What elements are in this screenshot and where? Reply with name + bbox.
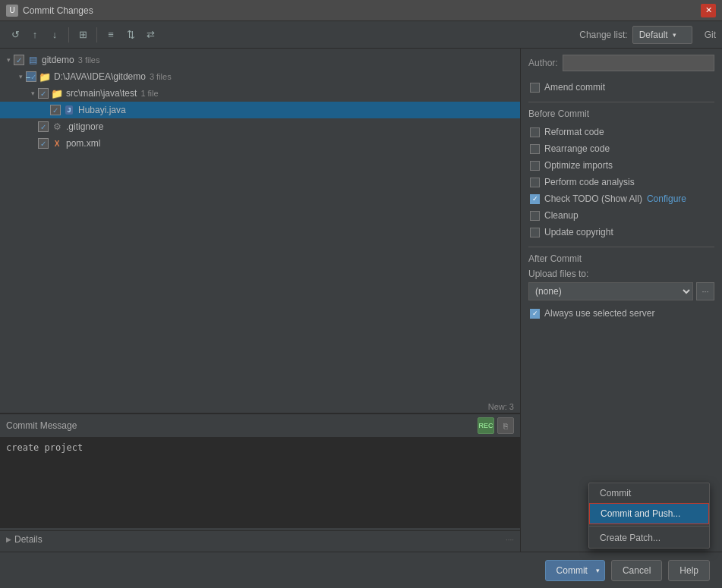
tree-item-hubayi[interactable]: JHubayi.java — [0, 102, 520, 118]
tree-arrow-icon-path-java: ▾ — [15, 73, 26, 80]
toolbar-sep-2 — [96, 27, 97, 42]
tree-checkbox-path-java[interactable]: – — [26, 71, 36, 82]
cancel-button[interactable]: Cancel — [611, 560, 662, 581]
tree-label-pom: pom.xml — [66, 138, 100, 149]
sort-btn[interactable]: ⇄ — [141, 26, 159, 44]
dropdown-create-patch[interactable]: Create Patch... — [589, 528, 709, 548]
toolbar: ↺ ↑ ↓ ⊞ ≡ ⇅ ⇄ Change list: Default ▾ Git — [0, 21, 722, 49]
close-button[interactable]: ✕ — [701, 4, 716, 17]
commit-message-header: Commit Message REC ⎘ — [0, 414, 520, 437]
commit-message-section: Commit Message REC ⎘ — [0, 413, 520, 530]
toolbar-right: Change list: Default ▾ Git — [579, 26, 716, 44]
checkbox-label-codeanalysis: Perform code analysis — [544, 177, 635, 187]
file-tree[interactable]: ▾▤gitdemo3 files▾–📁D:\JAVA\IDEA\gitdemo3… — [0, 49, 520, 401]
details-dots: ···· — [506, 536, 514, 544]
checkbox-rearrange[interactable] — [530, 144, 540, 154]
upload-more-btn[interactable]: ··· — [696, 282, 714, 300]
divider-2 — [528, 247, 714, 247]
tree-label-hubayi: Hubayi.java — [78, 105, 126, 115]
author-input[interactable] — [563, 55, 714, 71]
commit-message-icons: REC ⎘ — [478, 417, 514, 434]
dropdown-divider — [589, 526, 709, 527]
changelist-label: Change list: — [579, 30, 627, 40]
amend-row: Amend commit — [528, 79, 714, 96]
prev-btn[interactable]: ↑ — [26, 26, 44, 44]
always-use-label: Always use selected server — [544, 308, 654, 319]
tree-checkbox-gitignore[interactable] — [38, 121, 49, 132]
commit-arrow-icon: ▾ — [596, 567, 600, 574]
tree-item-gitdemo[interactable]: ▾▤gitdemo3 files — [0, 52, 520, 68]
left-panel: ▾▤gitdemo3 files▾–📁D:\JAVA\IDEA\gitdemo3… — [0, 49, 521, 552]
commit-dropdown-menu: Commit Commit and Push... Create Patch..… — [588, 483, 710, 549]
checkbox-label-reformat: Reformat code — [544, 127, 604, 137]
details-header[interactable]: ▶ Details ···· — [0, 531, 520, 548]
group-btn[interactable]: ⇅ — [121, 26, 140, 44]
always-use-row: Always use selected server — [528, 305, 714, 322]
upload-select[interactable]: (none) — [528, 282, 693, 300]
dropdown-arrow-icon: ▾ — [673, 31, 676, 39]
tree-checkbox-src-path[interactable] — [38, 88, 49, 99]
tree-arrow-icon-gitdemo: ▾ — [3, 56, 14, 64]
details-section: ▶ Details ···· — [0, 530, 520, 552]
tree-count-gitdemo: 3 files — [78, 55, 100, 64]
checkbox-copyright[interactable] — [530, 228, 540, 237]
details-arrow-icon: ▶ — [6, 536, 11, 543]
commit-button[interactable]: Commit ▾ — [545, 560, 605, 581]
tree-label-gitdemo: gitdemo — [42, 55, 74, 65]
xml-icon: X — [55, 140, 60, 148]
author-row: Author: — [528, 55, 714, 71]
right-panel: Author: Amend commit Before Commit Refor… — [521, 49, 722, 552]
diff-btn[interactable]: ≡ — [102, 26, 120, 44]
tree-count-src-path: 1 file — [140, 89, 158, 98]
upload-label: Upload files to: — [528, 269, 714, 279]
tree-checkbox-pom[interactable] — [38, 138, 49, 149]
amend-checkbox[interactable] — [530, 83, 540, 93]
tree-icon-gitdemo: ▤ — [27, 54, 39, 66]
checkbox-label-optimize: Optimize imports — [544, 160, 613, 171]
author-label: Author: — [528, 58, 558, 68]
dropdown-commit-push[interactable]: Commit and Push... — [589, 503, 709, 524]
help-button-label: Help — [679, 565, 698, 576]
tree-icon-hubayi: J — [63, 104, 75, 116]
rec-btn[interactable]: REC — [478, 417, 494, 434]
help-button[interactable]: Help — [668, 560, 710, 581]
checkbox-label-rearrange: Rearrange code — [544, 143, 610, 154]
details-label: Details — [14, 534, 43, 545]
checkbox-reformat[interactable] — [530, 127, 540, 137]
folder-icon: 📁 — [39, 71, 51, 83]
next-btn[interactable]: ↓ — [46, 26, 64, 44]
always-use-checkbox[interactable] — [530, 309, 540, 319]
checkbox-cleanup[interactable] — [530, 211, 540, 221]
upload-section: Upload files to: (none) ··· Always use s… — [528, 269, 714, 322]
content-area: ▾▤gitdemo3 files▾–📁D:\JAVA\IDEA\gitdemo3… — [0, 49, 722, 552]
tree-checkbox-gitdemo[interactable] — [14, 55, 24, 65]
tree-item-path-java[interactable]: ▾–📁D:\JAVA\IDEA\gitdemo3 files — [0, 68, 520, 85]
configure-link[interactable]: Configure — [647, 193, 686, 204]
tree-checkbox-hubayi[interactable] — [50, 105, 61, 115]
copy-template-btn[interactable]: ⎘ — [497, 417, 514, 434]
title-bar: U Commit Changes ✕ — [0, 0, 722, 21]
tree-icon-gitignore: ⚙ — [51, 121, 63, 133]
upload-row: (none) ··· — [528, 282, 714, 300]
before-commit-row-cleanup: Cleanup — [528, 207, 714, 224]
git-label: Git — [705, 30, 716, 40]
checkbox-optimize[interactable] — [530, 161, 540, 171]
tree-item-pom[interactable]: Xpom.xml — [0, 135, 520, 152]
checkbox-codeanalysis[interactable] — [530, 178, 540, 187]
dropdown-commit-only[interactable]: Commit — [589, 483, 709, 503]
tree-count-path-java: 3 files — [150, 72, 172, 81]
checkbox-label-todo: Check TODO (Show All) — [544, 193, 642, 204]
refresh-btn[interactable]: ↺ — [6, 26, 24, 44]
expand-btn[interactable]: ⊞ — [74, 26, 92, 44]
before-commit-row-copyright: Update copyright — [528, 224, 714, 241]
tree-item-gitignore[interactable]: ⚙.gitignore — [0, 118, 520, 135]
tree-item-src-path[interactable]: ▾📁src\main\java\test1 file — [0, 85, 520, 102]
tree-label-gitignore: .gitignore — [66, 121, 103, 132]
changelist-value: Default — [639, 30, 668, 40]
tree-label-src-path: src\main\java\test — [66, 88, 137, 99]
commit-message-input[interactable] — [0, 437, 520, 528]
checkbox-todo[interactable] — [530, 194, 540, 204]
changelist-dropdown[interactable]: Default ▾ — [632, 26, 692, 44]
new-counter: New: 3 — [0, 401, 520, 413]
before-commit-title: Before Commit — [528, 108, 714, 119]
